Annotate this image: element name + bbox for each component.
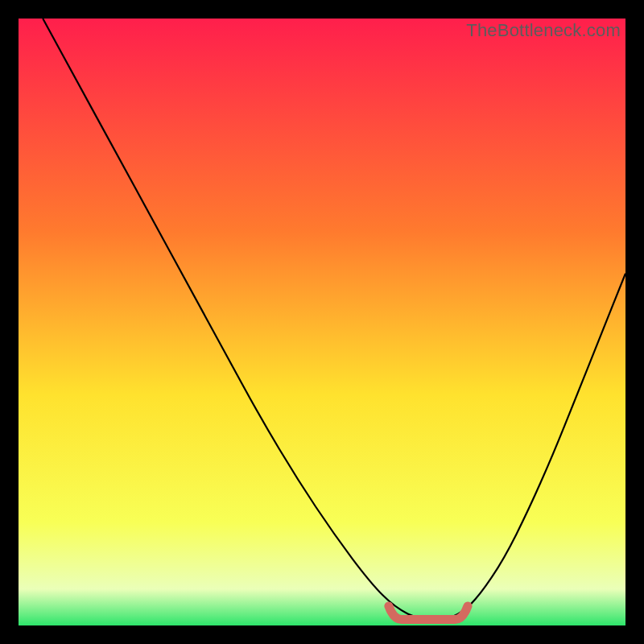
- bottleneck-chart: [19, 19, 625, 625]
- gradient-background: [19, 19, 625, 625]
- chart-frame: TheBottleneck.com: [19, 19, 625, 625]
- watermark-text: TheBottleneck.com: [466, 20, 621, 41]
